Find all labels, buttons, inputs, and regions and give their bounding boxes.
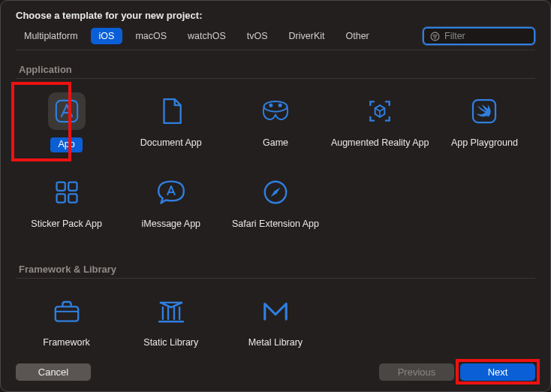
filter-field[interactable] bbox=[423, 27, 535, 45]
sticker-icon bbox=[53, 179, 80, 206]
template-label: Static Library bbox=[143, 337, 198, 356]
ar-icon bbox=[366, 97, 394, 125]
template-tile-static-library[interactable]: Static Library bbox=[120, 286, 221, 356]
template-label: Document App bbox=[140, 137, 202, 161]
template-label: Metal Library bbox=[248, 337, 303, 356]
svg-point-6 bbox=[269, 104, 272, 107]
tab-tvos[interactable]: tvOS bbox=[239, 28, 276, 44]
template-chooser-window: Choose a template for your new project: … bbox=[0, 0, 551, 392]
svg-point-5 bbox=[264, 101, 288, 112]
svg-rect-12 bbox=[68, 194, 77, 202]
template-label: Framework bbox=[43, 337, 90, 356]
tab-ios[interactable]: iOS bbox=[91, 28, 123, 44]
tab-driverkit[interactable]: DriverKit bbox=[281, 28, 333, 44]
tab-macos[interactable]: macOS bbox=[127, 28, 175, 44]
template-label: Game bbox=[263, 137, 288, 161]
template-tile-sticker-pack[interactable]: Sticker Pack App bbox=[16, 167, 117, 246]
previous-button: Previous bbox=[379, 363, 454, 381]
template-tile-app[interactable]: App bbox=[16, 86, 117, 164]
template-label: App Playground bbox=[451, 137, 518, 161]
template-tile-game[interactable]: Game bbox=[224, 86, 326, 164]
template-label: Sticker Pack App bbox=[31, 219, 102, 243]
template-tile-safari-extension[interactable]: Safari Extension App bbox=[224, 167, 326, 246]
tab-watchos[interactable]: watchOS bbox=[179, 28, 234, 44]
framework-icon bbox=[52, 298, 82, 324]
imessage-icon bbox=[156, 179, 186, 206]
cancel-button[interactable]: Cancel bbox=[16, 363, 91, 381]
tab-multiplatform[interactable]: Multiplatform bbox=[16, 28, 86, 44]
dialog-title: Choose a template for your new project: bbox=[1, 10, 550, 27]
template-label: App bbox=[50, 137, 82, 152]
svg-rect-14 bbox=[55, 306, 77, 321]
framework-grid: Framework bbox=[16, 286, 535, 356]
template-tile-app-playground[interactable]: App Playground bbox=[434, 86, 535, 164]
app-icon bbox=[54, 98, 80, 124]
filter-input[interactable] bbox=[444, 31, 551, 41]
template-label: iMessage App bbox=[142, 219, 201, 243]
filter-icon bbox=[430, 31, 440, 41]
section-header-application: Application bbox=[16, 58, 535, 79]
platform-tabbar: Multiplatform iOS macOS watchOS tvOS Dri… bbox=[16, 27, 535, 50]
template-tile-imessage-app[interactable]: iMessage App bbox=[120, 167, 221, 246]
template-tile-metal-library[interactable]: Metal Library bbox=[224, 286, 326, 356]
svg-rect-9 bbox=[56, 182, 65, 191]
svg-rect-11 bbox=[56, 194, 65, 202]
template-tile-ar-app[interactable]: Augmented Reality App bbox=[330, 86, 431, 164]
svg-rect-4 bbox=[56, 101, 77, 122]
template-tile-framework[interactable]: Framework bbox=[16, 286, 117, 356]
game-icon bbox=[260, 98, 291, 124]
next-button[interactable]: Next bbox=[460, 363, 535, 381]
template-list: Application App bbox=[1, 58, 550, 356]
svg-point-7 bbox=[279, 104, 282, 107]
staticlib-icon bbox=[157, 297, 185, 324]
section-header-framework: Framework & Library bbox=[16, 258, 535, 279]
tab-other[interactable]: Other bbox=[338, 28, 378, 44]
safari-icon bbox=[261, 178, 290, 207]
template-tile-document-app[interactable]: Document App bbox=[120, 86, 221, 164]
template-label: Safari Extension App bbox=[232, 219, 319, 243]
footer-bar: Cancel Previous Next bbox=[1, 356, 550, 391]
metal-icon bbox=[261, 298, 290, 324]
svg-rect-10 bbox=[68, 182, 77, 191]
application-grid: App Document App bbox=[16, 86, 535, 246]
template-label: Augmented Reality App bbox=[331, 137, 429, 161]
swift-icon bbox=[471, 98, 498, 125]
document-icon bbox=[159, 97, 183, 125]
